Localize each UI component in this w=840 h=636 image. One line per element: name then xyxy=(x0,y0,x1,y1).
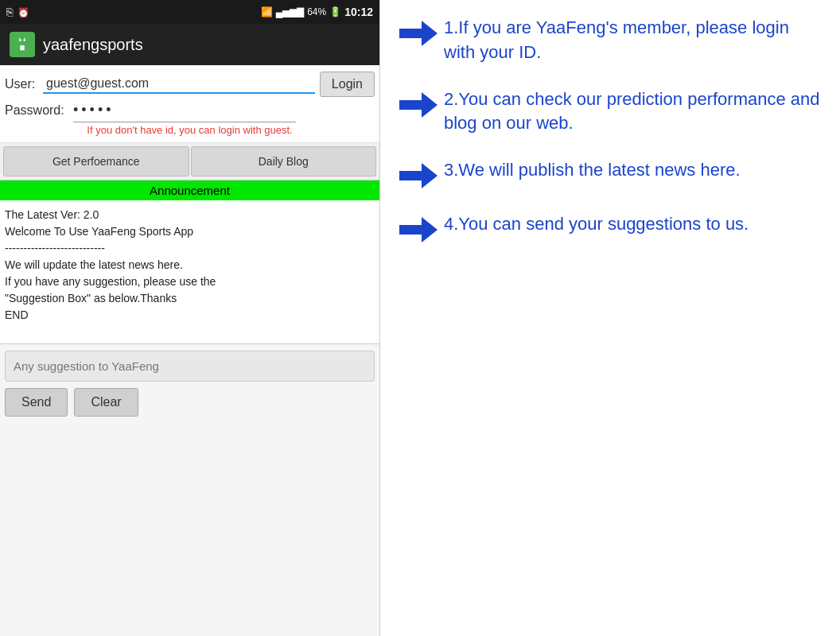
action-buttons: Get Perfoemance Daily Blog xyxy=(0,143,379,180)
user-row: User: Login xyxy=(5,72,375,97)
announcement-line6: "Suggestion Box" as below.Thanks xyxy=(5,290,375,307)
password-underline xyxy=(73,122,296,122)
app-icon xyxy=(10,32,35,57)
arrow-icon-3 xyxy=(399,161,438,190)
svg-marker-6 xyxy=(399,21,438,46)
instruction-item-3: 3.We will publish the latest news here. xyxy=(399,158,821,190)
instruction-item-2: 2.You can check our prediction performan… xyxy=(399,87,821,137)
status-bar-right: 📶 ▄▅▆▇ 64% 🔋 10:12 xyxy=(261,6,373,18)
login-button[interactable]: Login xyxy=(320,72,375,97)
instruction-text-2: 2.You can check our prediction performan… xyxy=(444,87,821,137)
time-display: 10:12 xyxy=(344,6,373,18)
instruction-item-1: 1.If you are YaaFeng's member, please lo… xyxy=(399,16,821,65)
password-row: Password: ••••• xyxy=(5,102,375,118)
announcement-line3: --------------------------- xyxy=(5,240,375,257)
get-performance-button[interactable]: Get Perfoemance xyxy=(3,146,189,176)
announcement-line2: Welcome To Use YaaFeng Sports App xyxy=(5,223,375,240)
alarm-icon xyxy=(18,6,29,18)
instruction-text-3: 3.We will publish the latest news here. xyxy=(444,158,741,183)
svg-line-4 xyxy=(19,38,20,39)
status-bar-left xyxy=(6,6,29,18)
instruction-panel: 1.If you are YaaFeng's member, please lo… xyxy=(380,0,840,636)
login-area: User: Login Password: ••••• If you don't… xyxy=(0,65,379,143)
arrow-icon-2 xyxy=(399,91,438,119)
guest-hint: If you don't have id, you can login with… xyxy=(5,124,375,136)
suggestion-area: Send Clear xyxy=(0,343,379,423)
svg-rect-1 xyxy=(20,45,25,50)
phone-panel: 📶 ▄▅▆▇ 64% 🔋 10:12 yaafengsports User: xyxy=(0,0,380,636)
user-label: User: xyxy=(5,77,38,91)
svg-point-2 xyxy=(19,39,21,41)
svg-marker-7 xyxy=(399,92,438,118)
svg-marker-8 xyxy=(399,163,438,188)
svg-line-5 xyxy=(25,38,25,39)
user-input[interactable] xyxy=(43,75,315,94)
suggestion-buttons: Send Clear xyxy=(5,388,375,417)
daily-blog-button[interactable]: Daily Blog xyxy=(191,146,377,176)
signal-icon: ▄▅▆▇ xyxy=(276,6,305,17)
announcement-line1: The Latest Ver: 2.0 xyxy=(5,207,375,223)
announcement-content: The Latest Ver: 2.0 Welcome To Use YaaFe… xyxy=(0,200,379,343)
app-header: yaafengsports xyxy=(0,24,379,65)
arrow-icon-1 xyxy=(399,19,438,48)
announcement-bar: Announcement xyxy=(0,180,379,200)
clear-button[interactable]: Clear xyxy=(74,388,138,417)
wifi-icon: 📶 xyxy=(261,6,273,17)
app-title: yaafengsports xyxy=(43,36,143,54)
announcement-line7: END xyxy=(5,307,375,324)
svg-marker-9 xyxy=(399,217,438,242)
announcement-line5: If you have any suggestion, please use t… xyxy=(5,273,375,290)
instruction-item-4: 4.You can send your suggestions to us. xyxy=(399,212,821,244)
send-button[interactable]: Send xyxy=(5,388,68,417)
suggestion-input[interactable] xyxy=(5,351,375,382)
instruction-text-4: 4.You can send your suggestions to us. xyxy=(444,212,749,237)
announcement-line4: We will update the latest news here. xyxy=(5,257,375,273)
status-bar: 📶 ▄▅▆▇ 64% 🔋 10:12 xyxy=(0,0,379,24)
battery-percentage: 64% xyxy=(307,6,326,17)
svg-point-3 xyxy=(23,39,25,41)
usb-icon xyxy=(6,6,13,18)
password-label: Password: xyxy=(5,103,68,118)
battery-icon: 🔋 xyxy=(329,6,341,17)
password-dots: ••••• xyxy=(73,102,115,118)
arrow-icon-4 xyxy=(399,215,438,244)
instruction-text-1: 1.If you are YaaFeng's member, please lo… xyxy=(444,16,821,65)
